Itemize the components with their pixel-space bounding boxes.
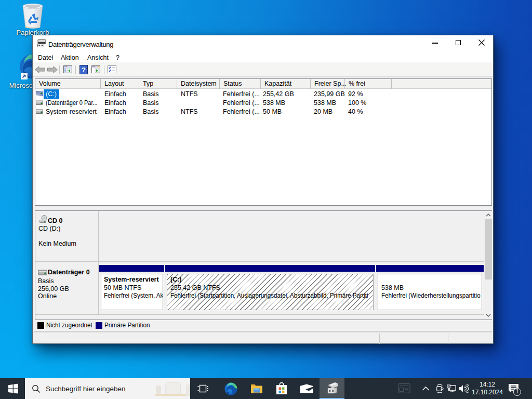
svg-text:?: ?: [82, 66, 86, 74]
